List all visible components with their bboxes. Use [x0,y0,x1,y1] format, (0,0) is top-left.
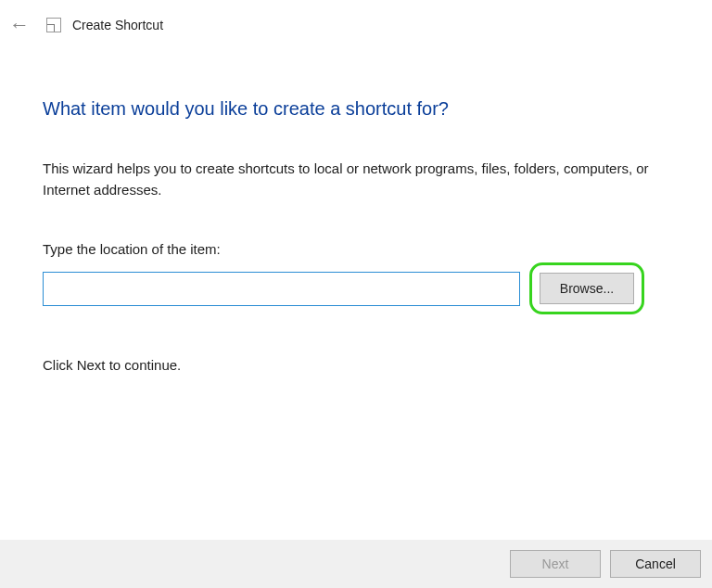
next-button[interactable]: Next [510,550,601,578]
shortcut-icon [46,18,61,32]
header: ← Create Shortcut [0,0,712,50]
cancel-button[interactable]: Cancel [610,550,701,578]
location-label: Type the location of the item: [43,241,669,257]
content-area: What item would you like to create a sho… [0,98,712,373]
browse-button[interactable]: Browse... [540,273,634,304]
back-arrow-icon: ← [9,13,30,37]
wizard-description: This wizard helps you to create shortcut… [43,159,669,200]
footer: Next Cancel [0,540,712,588]
location-input[interactable] [43,272,520,306]
input-row: Browse... [43,262,669,314]
window-title: Create Shortcut [72,18,163,32]
continue-instruction: Click Next to continue. [43,357,669,373]
browse-highlight: Browse... [529,262,644,314]
page-heading: What item would you like to create a sho… [43,98,669,120]
